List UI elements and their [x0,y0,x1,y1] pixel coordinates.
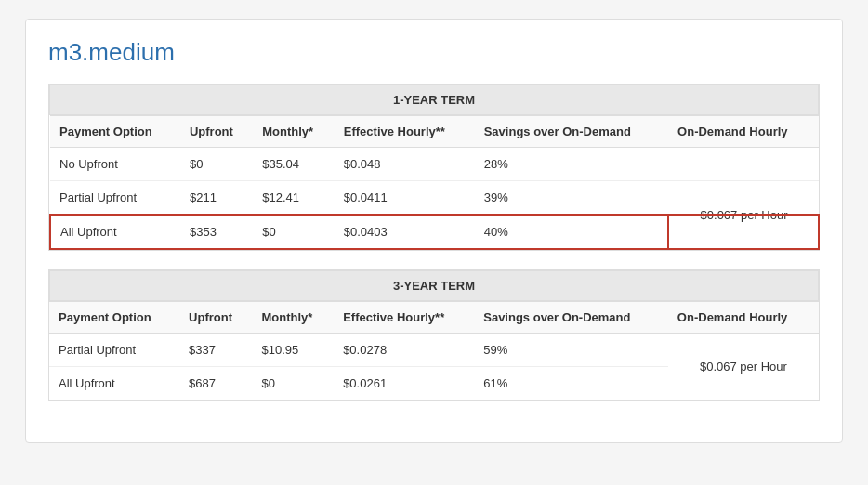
upfront-cell: $0 [180,148,253,181]
effective-hourly-cell: $0.0278 [334,334,474,367]
effective-hourly-cell: $0.0403 [335,215,475,249]
col-header-4: Savings over On-Demand [475,116,668,148]
col-header-1: Upfront [180,116,253,148]
col-header-3: Effective Hourly** [334,302,474,334]
effective-hourly-cell: $0.0411 [335,181,475,216]
effective-hourly-cell: $0.048 [335,148,475,181]
table-three-year: Payment OptionUpfrontMonthly*Effective H… [49,301,819,400]
col-header-1: Upfront [179,302,252,334]
section-header-one-year: 1-YEAR TERM [49,85,819,115]
upfront-cell: $337 [179,334,252,367]
section-header-three-year: 3-YEAR TERM [49,270,819,301]
monthly-cell: $10.95 [252,334,334,367]
monthly-cell: $35.04 [253,148,335,181]
monthly-cell: $0 [252,367,334,400]
col-header-2: Monthly* [253,116,335,148]
col-header-5: On-Demand Hourly [668,116,819,148]
upfront-cell: $211 [180,181,253,216]
savings-cell: 40% [475,215,668,249]
col-header-0: Payment Option [49,302,179,334]
upfront-cell: $353 [180,215,253,249]
sections-wrapper: 1-YEAR TERMPayment OptionUpfrontMonthly*… [48,84,820,401]
monthly-cell: $0 [253,215,335,249]
payment-option-cell: All Upfront [49,367,179,400]
payment-option-cell: Partial Upfront [50,181,180,216]
savings-cell: 61% [474,367,668,400]
col-header-5: On-Demand Hourly [668,302,819,334]
upfront-cell: $687 [179,367,252,400]
section-three-year: 3-YEAR TERMPayment OptionUpfrontMonthly*… [48,269,820,401]
table-row: No Upfront$0$35.04$0.04828% [50,148,819,181]
on-demand-cell: $0.067 per Hour [668,181,819,250]
savings-cell: 28% [475,148,668,181]
col-header-0: Payment Option [50,116,180,148]
savings-cell: 59% [474,334,668,367]
page-title: m3.medium [48,38,820,67]
monthly-cell: $12.41 [253,181,335,216]
on-demand-cell: $0.067 per Hour [668,334,819,400]
savings-cell: 39% [475,181,668,216]
col-header-4: Savings over On-Demand [474,302,668,334]
table-row: Partial Upfront$337$10.95$0.027859%$0.06… [49,334,819,367]
table-row: Partial Upfront$211$12.41$0.041139%$0.06… [50,181,819,216]
col-header-3: Effective Hourly** [335,116,475,148]
table-one-year: Payment OptionUpfrontMonthly*Effective H… [49,115,819,250]
effective-hourly-cell: $0.0261 [334,367,474,400]
col-header-2: Monthly* [252,302,334,334]
payment-option-cell: Partial Upfront [49,334,179,367]
main-container: m3.medium 1-YEAR TERMPayment OptionUpfro… [25,19,843,443]
payment-option-cell: No Upfront [50,148,180,181]
section-one-year: 1-YEAR TERMPayment OptionUpfrontMonthly*… [48,84,820,251]
payment-option-cell: All Upfront [50,215,180,249]
on-demand-cell [668,148,819,181]
